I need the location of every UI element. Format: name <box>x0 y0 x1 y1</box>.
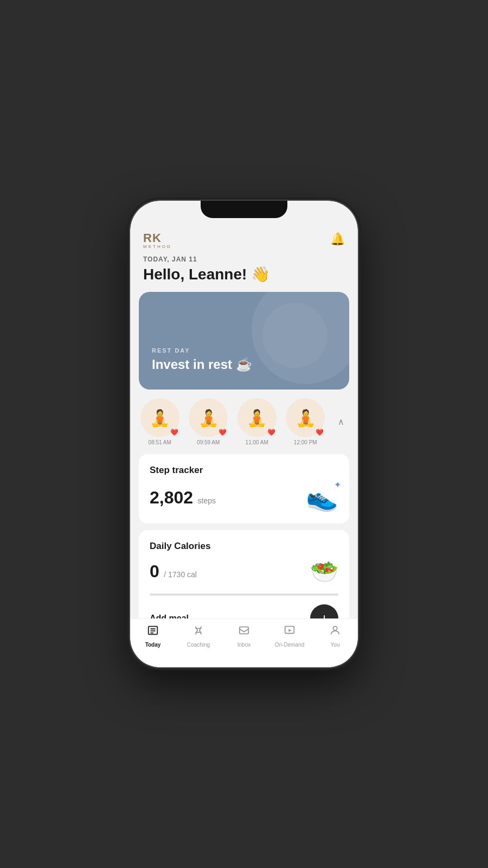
status-bar <box>130 201 358 228</box>
steps-unit: steps <box>198 496 216 505</box>
inbox-icon <box>238 624 250 640</box>
food-icon: 🥗 <box>310 558 338 585</box>
activity-row: 🧘 ❤️ 08:51 AM 🧘 ❤️ 09:59 AM 🧘 ❤️ <box>139 398 349 445</box>
bottom-nav: Today Coaching <box>130 618 358 667</box>
nav-on-demand[interactable]: On-Demand <box>267 624 312 648</box>
nav-on-demand-label: On-Demand <box>275 642 304 648</box>
header: RK METHOD 🔔 <box>130 228 358 256</box>
coaching-icon <box>192 624 204 640</box>
nav-inbox[interactable]: Inbox <box>221 624 267 648</box>
logo-text: RK <box>143 232 162 244</box>
collapse-button[interactable]: ∧ <box>333 414 349 430</box>
heart-2: ❤️ <box>219 429 227 436</box>
activity-item-4[interactable]: 🧘 ❤️ 12:00 PM <box>285 398 327 445</box>
activity-item-1[interactable]: 🧘 ❤️ 08:51 AM <box>139 398 181 445</box>
steps-row: 2,802 steps 👟✦ <box>150 482 338 513</box>
calories-progress-bar <box>150 593 338 596</box>
svg-marker-8 <box>288 629 292 632</box>
rest-day-label: REST DAY <box>152 347 336 354</box>
activity-time-1: 08:51 AM <box>149 439 171 445</box>
activity-time-3: 11:00 AM <box>246 439 268 445</box>
nav-you[interactable]: You <box>312 624 358 648</box>
nav-coaching-label: Coaching <box>187 642 210 648</box>
calories-card: Daily Calories 0 / 1730 cal 🥗 Add meal + <box>139 530 349 618</box>
calories-display: 0 / 1730 cal <box>150 561 197 582</box>
greeting-section: TODAY, JAN 11 Hello, Leanne! 👋 <box>130 256 358 292</box>
nav-today-label: Today <box>145 642 161 648</box>
activity-avatar-3: 🧘 ❤️ <box>237 398 277 437</box>
logo-subtitle: METHOD <box>143 244 172 249</box>
nav-coaching[interactable]: Coaching <box>176 624 221 648</box>
steps-count: 2,802 <box>150 488 193 507</box>
nav-today[interactable]: Today <box>130 624 176 648</box>
today-icon <box>147 624 159 640</box>
activity-item-2[interactable]: 🧘 ❤️ 09:59 AM <box>188 398 230 445</box>
steps-display: 2,802 steps <box>150 488 216 508</box>
bell-icon[interactable]: 🔔 <box>330 232 345 246</box>
rest-title: Invest in rest ☕ <box>152 357 336 372</box>
activity-avatar-4: 🧘 ❤️ <box>286 398 325 437</box>
activity-avatar-1: 🧘 ❤️ <box>140 398 179 437</box>
heart-1: ❤️ <box>170 429 178 436</box>
nav-you-label: You <box>331 642 340 648</box>
add-meal-row: Add meal + <box>150 604 338 618</box>
hello-text: Hello, Leanne! 👋 <box>143 265 345 283</box>
nav-inbox-label: Inbox <box>237 642 251 648</box>
add-meal-button[interactable]: + <box>310 604 338 618</box>
logo: RK METHOD <box>143 232 172 249</box>
rest-card: REST DAY Invest in rest ☕ <box>139 292 349 390</box>
today-label: TODAY, JAN 11 <box>143 256 345 263</box>
calories-row: 0 / 1730 cal 🥗 <box>150 558 338 585</box>
content-scroll: REST DAY Invest in rest ☕ 🧘 ❤️ 08:51 AM … <box>130 292 358 618</box>
shoe-icon: 👟✦ <box>306 482 338 513</box>
add-meal-label: Add meal <box>150 614 189 618</box>
activity-avatar-2: 🧘 ❤️ <box>189 398 228 437</box>
on-demand-icon <box>284 624 296 640</box>
step-tracker-title: Step tracker <box>150 465 338 476</box>
svg-point-9 <box>333 627 337 630</box>
activity-time-4: 12:00 PM <box>294 439 317 445</box>
calories-count: 0 <box>150 561 159 581</box>
heart-3: ❤️ <box>267 429 275 436</box>
activity-time-2: 09:59 AM <box>197 439 220 445</box>
step-tracker-card: Step tracker 2,802 steps 👟✦ <box>139 454 349 524</box>
you-icon <box>329 624 341 640</box>
activity-item-3[interactable]: 🧘 ❤️ 11:00 AM <box>236 398 278 445</box>
calories-goal: / 1730 cal <box>164 570 197 579</box>
heart-4: ❤️ <box>316 429 324 436</box>
calories-title: Daily Calories <box>150 541 338 552</box>
